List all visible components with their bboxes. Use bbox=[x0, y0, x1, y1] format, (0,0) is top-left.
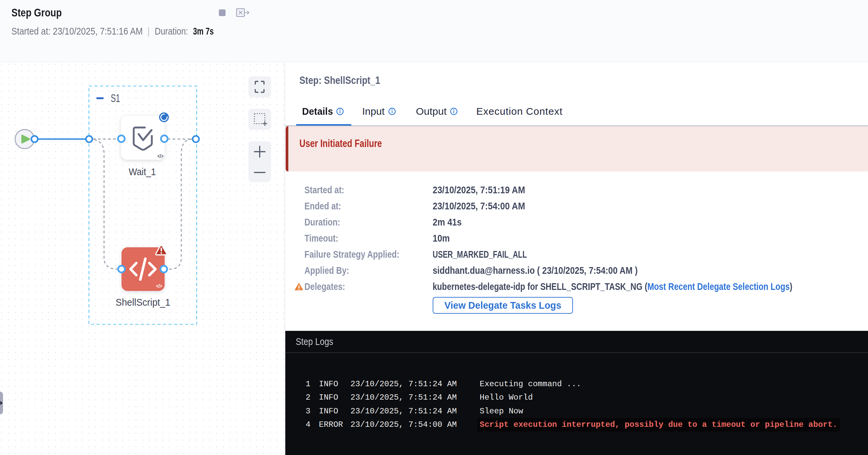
svg-text:</>: </> bbox=[156, 283, 162, 289]
svg-text:Wait_1: Wait_1 bbox=[129, 166, 156, 177]
svg-text:</>: </> bbox=[157, 153, 163, 159]
svg-text:S1: S1 bbox=[111, 92, 120, 104]
svg-text:ShellScript_1: ShellScript_1 bbox=[116, 297, 170, 308]
